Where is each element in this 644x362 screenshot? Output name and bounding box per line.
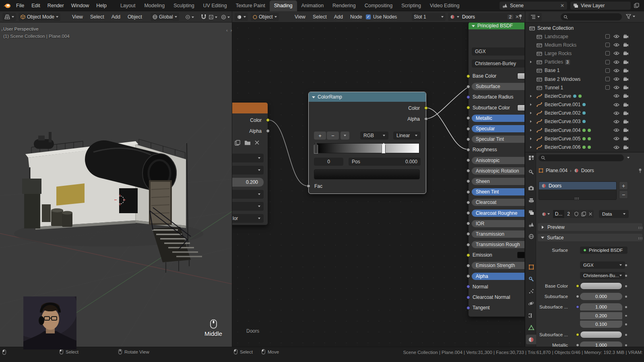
outliner-item[interactable]: BezierCurve.004 [525, 126, 644, 134]
material-slot-item[interactable]: Doors [539, 182, 616, 189]
remove-slot-button[interactable]: − [619, 190, 628, 199]
hide-eye-icon[interactable] [613, 136, 619, 141]
viewport-menu[interactable]: Select [87, 11, 108, 23]
properties-search-input[interactable] [539, 154, 624, 161]
shader-menu[interactable]: Node [347, 11, 366, 23]
exclude-checkbox[interactable] [605, 60, 610, 64]
principled-bsdf-node[interactable]: Principled BSDF GGX Christensen-Burley B… [468, 23, 525, 317]
exclude-checkbox[interactable] [605, 77, 610, 81]
tab-scene[interactable] [526, 220, 536, 229]
decorator-dot[interactable] [625, 296, 627, 298]
ramp-specials-button[interactable] [341, 132, 349, 140]
render-camera-icon[interactable] [623, 145, 629, 150]
render-camera-icon[interactable] [623, 136, 629, 141]
preview-section-header[interactable]: Preview [538, 223, 642, 231]
proportional-caret-icon[interactable] [227, 16, 230, 18]
input-socket-dot[interactable] [466, 296, 470, 299]
new-view-layer-icon[interactable] [634, 3, 639, 8]
color-output-socket[interactable] [266, 118, 270, 122]
input-socket-dot[interactable] [466, 158, 470, 162]
decorator-dot[interactable] [625, 306, 627, 308]
exclude-checkbox[interactable] [605, 34, 610, 39]
editor-type-button[interactable] [2, 13, 16, 21]
texture-node-partial[interactable]: Color Alpha 0.200 lor [232, 102, 268, 225]
hide-eye-icon[interactable] [613, 60, 619, 64]
shader-node-editor[interactable]: Color Alpha 0.200 lor [232, 23, 525, 347]
decorator-dot[interactable] [625, 315, 627, 317]
view-layer-selector[interactable]: View Layer [570, 2, 631, 10]
expand-arrow-icon[interactable] [530, 61, 533, 63]
workspace-tab[interactable]: Texture Paint [231, 0, 270, 11]
node-dropdown[interactable] [232, 190, 264, 199]
bsdf-socket-row[interactable]: Base Color [469, 71, 525, 81]
tab-output[interactable] [526, 195, 536, 205]
outliner-item[interactable]: Particles 3 [525, 58, 644, 66]
hide-eye-icon[interactable] [613, 145, 619, 150]
bsdf-socket-row[interactable]: Specular [469, 123, 525, 134]
bsdf-socket-row[interactable]: Anisotropic Rotation [469, 166, 525, 176]
tab-world[interactable] [526, 232, 536, 241]
workspace-tab[interactable]: UV Editing [199, 0, 231, 11]
topbar-menu[interactable]: File [12, 0, 28, 11]
input-socket-dot[interactable] [466, 222, 470, 225]
bsdf-socket-row[interactable]: Alpha [469, 271, 525, 282]
pin-icon[interactable] [518, 14, 522, 20]
outliner-item[interactable]: Tunnel 1 [525, 83, 644, 92]
bsdf-socket-row[interactable]: Subsurface [469, 81, 525, 92]
alpha-output-socket[interactable] [266, 129, 270, 133]
input-socket-dot[interactable] [466, 264, 470, 267]
filter-caret-icon[interactable] [633, 16, 635, 17]
material-users-count[interactable]: 2 [508, 14, 513, 19]
surface-shader-button[interactable]: Principled BSDF [580, 247, 627, 254]
input-socket-dot[interactable] [466, 138, 470, 141]
workspace-tab[interactable]: Sculpting [169, 0, 198, 11]
remove-stop-button[interactable]: − [327, 132, 339, 140]
scene-unlink-icon[interactable]: ✕ [560, 3, 564, 8]
tab-object-data[interactable] [526, 323, 536, 332]
outliner-item[interactable]: Base 1 [525, 66, 644, 75]
node-dropdown-colorspace[interactable]: lor [232, 214, 264, 223]
outliner-item[interactable]: BezierCurve.003 [525, 117, 644, 126]
outliner-search-input[interactable] [561, 13, 622, 21]
decorator-dot[interactable] [625, 323, 627, 325]
input-socket-dot[interactable] [466, 85, 470, 88]
exclude-checkbox[interactable] [605, 51, 610, 56]
metallic-value-slider[interactable]: 1.000 [580, 341, 622, 347]
input-socket-dot[interactable] [466, 169, 470, 173]
input-socket-dot[interactable] [466, 95, 470, 99]
bsdf-socket-row[interactable]: Metallic [469, 113, 525, 123]
topbar-menu[interactable]: Help [93, 0, 110, 11]
principled-header[interactable]: Principled BSDF [469, 23, 525, 29]
value-slider[interactable]: 0.200 [232, 178, 264, 187]
color-output-socket[interactable] [424, 106, 428, 110]
collapse-icon[interactable] [312, 96, 315, 100]
workspace-tab[interactable]: Compositing [360, 0, 397, 11]
unlink-icon[interactable] [254, 140, 260, 145]
tab-tool[interactable] [526, 167, 536, 177]
breadcrumb-object[interactable]: Plane.004 [546, 168, 568, 173]
topbar-menu[interactable]: Window [68, 0, 93, 11]
bsdf-socket-row[interactable]: IOR [469, 218, 525, 229]
hide-eye-icon[interactable] [613, 128, 619, 132]
tab-render[interactable] [526, 183, 536, 193]
outliner-item[interactable]: BezierCurve.005 [525, 134, 644, 143]
outliner-item[interactable]: Large Rocks [525, 49, 644, 58]
bsdf-socket-row[interactable]: Roughness [469, 144, 525, 155]
workspace-tab[interactable]: Rendering [328, 0, 360, 11]
bsdf-socket-row[interactable]: Subsurface Color [469, 103, 525, 113]
hide-eye-icon[interactable] [613, 94, 619, 98]
outliner-item[interactable]: BezierCurve [525, 92, 644, 100]
workspace-tab[interactable]: Video Editing [425, 0, 464, 11]
tab-view-layer[interactable] [526, 208, 536, 217]
gradient-stop-handle-active[interactable] [382, 143, 386, 154]
material-slot-list[interactable]: Doors [539, 181, 617, 200]
decorator-dot[interactable] [625, 285, 627, 287]
decorator-dot[interactable] [625, 344, 627, 346]
outliner-item[interactable]: Medium Rocks [525, 41, 644, 49]
colorramp-node[interactable]: ColorRamp Color Alpha + − RGB Linear [308, 92, 426, 194]
hide-eye-icon[interactable] [613, 68, 619, 73]
input-socket-dot[interactable] [466, 190, 470, 194]
socket-color-swatch[interactable] [517, 105, 525, 111]
snap-caret-icon[interactable] [215, 16, 217, 18]
open-folder-icon[interactable] [244, 140, 251, 146]
